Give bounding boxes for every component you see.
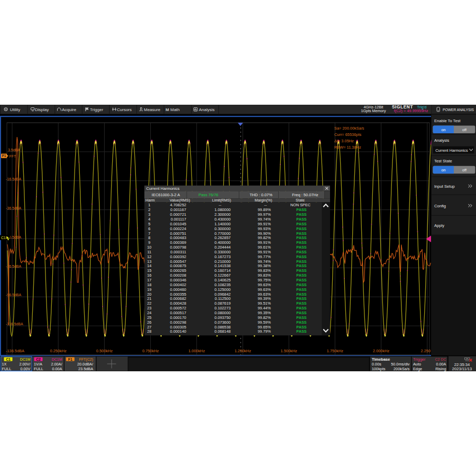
svg-text:1: 1: [148, 203, 150, 207]
svg-text:--: --: [219, 203, 222, 207]
svg-text:0.250kHz: 0.250kHz: [50, 349, 67, 353]
svg-text:0.330000: 0.330000: [215, 250, 231, 254]
svg-text:5: 5: [148, 222, 150, 226]
svg-text:99.63%: 99.63%: [258, 287, 271, 292]
svg-text:PASS: PASS: [296, 212, 306, 217]
svg-text:THD : 0.07%: THD : 0.07%: [250, 193, 272, 197]
svg-text:1X: 1X: [2, 362, 7, 367]
svg-text:Trigger: Trigger: [413, 357, 426, 362]
svg-text:PASS: PASS: [296, 259, 306, 264]
svg-text:0.00V: 0.00V: [20, 367, 30, 371]
svg-text:99.65%: 99.65%: [258, 325, 271, 329]
svg-text:0.000751: 0.000751: [170, 231, 186, 236]
svg-text:0.500kHz: 0.500kHz: [96, 349, 113, 353]
svg-text:PASS: PASS: [296, 320, 306, 325]
svg-text:-136.5dBA: -136.5dBA: [6, 349, 24, 353]
svg-text:Value(RMS): Value(RMS): [170, 198, 190, 203]
svg-text:99.77%: 99.77%: [258, 254, 271, 259]
svg-text:26: 26: [147, 320, 151, 325]
svg-text:8: 8: [148, 235, 150, 240]
svg-text:99.39%: 99.39%: [258, 296, 271, 301]
svg-text:C1: C1: [6, 358, 11, 361]
svg-text:0.750kHz: 0.750kHz: [142, 349, 159, 353]
svg-text:2.300000: 2.300000: [215, 212, 231, 217]
svg-text:0.000682: 0.000682: [170, 296, 186, 301]
svg-text:DC1M: DC1M: [20, 358, 31, 361]
svg-text:0.102273: 0.102273: [215, 306, 231, 310]
svg-text:0.000311: 0.000311: [170, 250, 186, 254]
svg-text:Apply: Apply: [434, 223, 444, 228]
svg-text:2.00V/: 2.00V/: [19, 362, 31, 367]
svg-text:PASS: PASS: [296, 207, 306, 212]
svg-text:Input Setup: Input Setup: [434, 184, 455, 189]
svg-text:PASS: PASS: [296, 310, 306, 315]
svg-text:99.83%: 99.83%: [258, 273, 271, 278]
svg-text:Cursors: Cursors: [117, 107, 132, 112]
svg-text:PASS: PASS: [296, 231, 306, 236]
svg-text:PASS: PASS: [296, 268, 306, 273]
svg-text:Margin(%): Margin(%): [254, 198, 272, 203]
svg-text:0.125000: 0.125000: [215, 287, 231, 292]
svg-text:--: --: [264, 203, 267, 207]
svg-text:99.97%: 99.97%: [258, 212, 271, 217]
svg-text:20: 20: [147, 292, 151, 297]
svg-text:4.708252: 4.708252: [170, 203, 186, 207]
svg-text:Utility: Utility: [10, 107, 21, 112]
svg-text:99.93%: 99.93%: [258, 226, 271, 231]
svg-text:Current Harmonics: Current Harmonics: [147, 186, 180, 191]
svg-text:0.000547: 0.000547: [170, 259, 186, 264]
svg-text:-96.5dBA: -96.5dBA: [6, 293, 22, 297]
svg-text:9: 9: [148, 240, 150, 245]
svg-text:Measure: Measure: [144, 107, 161, 112]
svg-text:23: 23: [147, 306, 151, 310]
svg-text:15: 15: [147, 268, 151, 273]
svg-text:99.35%: 99.35%: [258, 310, 271, 315]
svg-text:2: 2: [148, 207, 150, 212]
svg-text:99.89%: 99.89%: [258, 207, 271, 212]
svg-text:0.400000: 0.400000: [215, 240, 231, 245]
svg-text:99.59%: 99.59%: [258, 320, 271, 325]
svg-text:0.093750: 0.093750: [215, 315, 231, 320]
svg-text:16: 16: [147, 273, 151, 278]
svg-text:11: 11: [148, 250, 152, 254]
svg-text:1.750kHz: 1.750kHz: [327, 349, 344, 353]
svg-text:Auto: Auto: [413, 362, 421, 367]
svg-text:PASS: PASS: [296, 226, 306, 231]
svg-text:1Gpts Memory: 1Gpts Memory: [361, 108, 386, 113]
svg-text:99.82%: 99.82%: [258, 315, 271, 320]
svg-text:-76.5dBA: -76.5dBA: [6, 264, 22, 268]
svg-text:IEC61000-3-2 A: IEC61000-3-2 A: [152, 193, 180, 197]
svg-text:0.204444: 0.204444: [215, 245, 231, 250]
svg-text:21: 21: [147, 296, 151, 301]
svg-text:0.096842: 0.096842: [215, 292, 231, 297]
svg-text:19: 19: [147, 287, 151, 292]
svg-text:0.167273: 0.167273: [215, 254, 231, 259]
svg-text:0.122667: 0.122667: [215, 273, 231, 278]
svg-text:0.000305: 0.000305: [170, 325, 186, 329]
svg-text:PASS: PASS: [296, 329, 306, 334]
svg-text:0.210000: 0.210000: [215, 259, 231, 264]
svg-text:22: 22: [147, 301, 151, 306]
svg-text:0.000265: 0.000265: [170, 268, 186, 273]
svg-text:Pass 76/76: Pass 76/76: [198, 193, 218, 197]
svg-text:99.51%: 99.51%: [258, 301, 271, 306]
svg-text:Trigger: Trigger: [90, 107, 103, 112]
svg-text:99.83%: 99.83%: [258, 268, 271, 273]
svg-text:PASS: PASS: [296, 217, 306, 222]
svg-text:99.74%: 99.74%: [258, 217, 271, 222]
svg-text:0.000798: 0.000798: [170, 245, 186, 250]
svg-text:-36.5dBA: -36.5dBA: [6, 206, 22, 210]
svg-text:0.068148: 0.068148: [215, 329, 231, 334]
svg-text:PASS: PASS: [296, 287, 306, 292]
svg-text:PASS: PASS: [296, 263, 306, 268]
svg-text:0.300000: 0.300000: [215, 226, 231, 231]
svg-text:14: 14: [147, 263, 151, 268]
svg-text:Config: Config: [434, 204, 446, 208]
svg-text:0.160714: 0.160714: [215, 268, 231, 273]
svg-text:10: 10: [147, 245, 151, 250]
svg-text:200kSa/s: 200kSa/s: [393, 367, 410, 371]
svg-text:12: 12: [147, 254, 151, 259]
svg-text:2.250: 2.250: [421, 349, 431, 353]
svg-text:0.086538: 0.086538: [215, 325, 231, 329]
svg-text:Display: Display: [35, 107, 49, 112]
